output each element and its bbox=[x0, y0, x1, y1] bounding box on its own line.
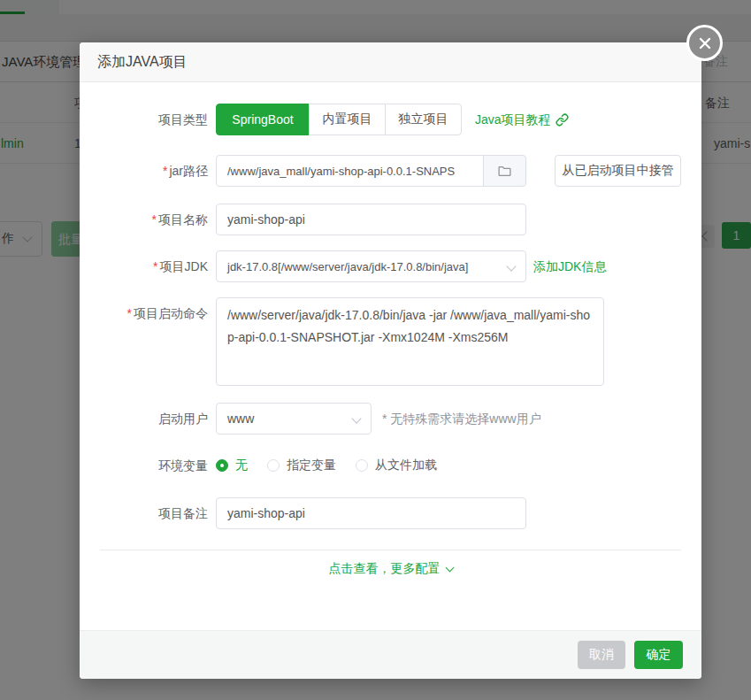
dialog-footer: 取消 确定 bbox=[80, 630, 701, 679]
project-name-input[interactable] bbox=[216, 204, 526, 235]
chevron-down-icon bbox=[351, 413, 361, 423]
radio-selected-icon bbox=[216, 459, 228, 472]
radio-unselected-icon bbox=[267, 459, 280, 472]
takeover-running-project-button[interactable]: 从已启动项目中接管 bbox=[555, 155, 681, 187]
run-user-note: * 无特殊需求请选择www用户 bbox=[382, 403, 541, 435]
chevron-down-icon bbox=[445, 563, 454, 572]
close-icon bbox=[697, 35, 713, 51]
jdk-select-value: jdk-17.0.8[/www/server/java/jdk-17.0.8/b… bbox=[227, 260, 468, 273]
project-jdk-label: *项目JDK bbox=[100, 250, 216, 282]
jar-path-label: *jar路径 bbox=[100, 155, 216, 187]
chevron-down-icon bbox=[506, 261, 516, 271]
run-user-select[interactable]: www bbox=[216, 403, 372, 435]
browse-folder-button[interactable] bbox=[483, 155, 526, 187]
link-icon bbox=[556, 113, 569, 127]
project-type-button-group: SpringBoot 内置项目 独立项目 bbox=[216, 104, 462, 135]
type-standalone-button[interactable]: 独立项目 bbox=[385, 104, 462, 135]
project-name-label: *项目名称 bbox=[100, 204, 216, 235]
project-remark-input[interactable] bbox=[216, 497, 526, 529]
radio-unselected-icon bbox=[356, 459, 368, 472]
start-command-textarea[interactable]: /www/server/java/jdk-17.0.8/bin/java -ja… bbox=[216, 297, 604, 386]
add-jdk-info-link[interactable]: 添加JDK信息 bbox=[533, 250, 606, 282]
radio-env-none[interactable]: 无 bbox=[216, 458, 248, 473]
dialog-body: 项目类型 SpringBoot 内置项目 独立项目 Java项目教程 bbox=[80, 82, 701, 577]
jdk-select[interactable]: jdk-17.0.8[/www/server/java/jdk-17.0.8/b… bbox=[216, 250, 526, 282]
cancel-button[interactable]: 取消 bbox=[578, 641, 625, 669]
add-java-project-dialog: 添加JAVA项目 项目类型 SpringBoot 内置项目 独立项目 Java项… bbox=[80, 42, 701, 679]
divider bbox=[100, 550, 681, 550]
run-user-value: www bbox=[227, 412, 254, 426]
env-vars-radio-group: 无 指定变量 从文件加载 bbox=[216, 458, 456, 473]
more-config-link[interactable]: 点击查看，更多配置 bbox=[329, 561, 453, 577]
dialog-close-button[interactable] bbox=[686, 25, 723, 61]
folder-icon bbox=[497, 164, 512, 179]
type-springboot-button[interactable]: SpringBoot bbox=[216, 104, 310, 135]
dialog-title: 添加JAVA项目 bbox=[97, 54, 188, 69]
run-user-label: 启动用户 bbox=[100, 403, 216, 435]
radio-env-from-file[interactable]: 从文件加载 bbox=[356, 458, 437, 473]
jar-path-input[interactable] bbox=[216, 155, 484, 187]
start-command-label: *项目启动命令 bbox=[100, 297, 216, 386]
dialog-header: 添加JAVA项目 bbox=[80, 42, 701, 82]
type-builtin-button[interactable]: 内置项目 bbox=[309, 104, 386, 135]
java-tutorial-link[interactable]: Java项目教程 bbox=[475, 104, 569, 135]
project-remark-label: 项目备注 bbox=[100, 497, 216, 529]
radio-env-specify[interactable]: 指定变量 bbox=[267, 458, 336, 473]
env-vars-label: 环境变量 bbox=[100, 458, 216, 473]
project-type-label: 项目类型 bbox=[100, 104, 216, 135]
confirm-button[interactable]: 确定 bbox=[634, 641, 683, 669]
